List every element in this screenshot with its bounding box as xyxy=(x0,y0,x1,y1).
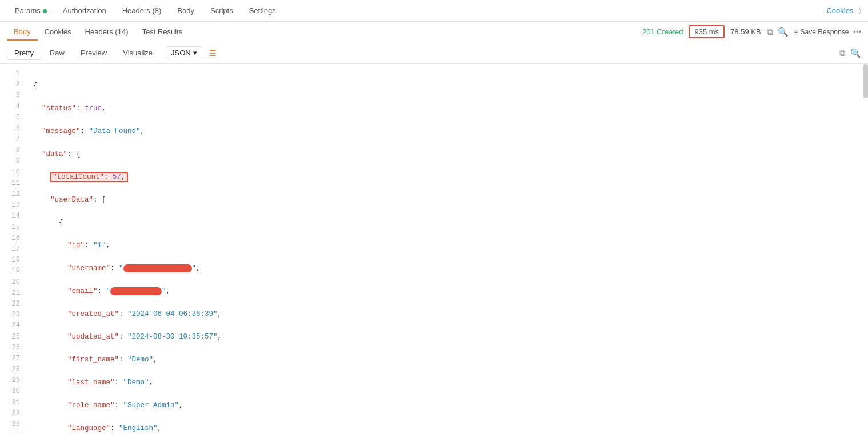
tab-headers-resp[interactable]: Headers (14) xyxy=(78,24,135,41)
filter-icon[interactable]: ☰ xyxy=(206,46,220,60)
line-8: "id": "1", xyxy=(33,240,861,251)
line-11: "created_at": "2024-06-04 06:36:39", xyxy=(33,308,861,320)
chevron-down-icon: ▾ xyxy=(193,49,197,57)
response-meta: 201 Created 935 ms 78.59 KB ⧉ 🔍 ⊟ Save R… xyxy=(642,25,861,38)
search-code-icon[interactable]: 🔍 xyxy=(850,48,861,58)
tab-body-resp[interactable]: Body xyxy=(7,24,38,41)
scrollbar[interactable] xyxy=(863,64,868,98)
tab-body-req[interactable]: Body xyxy=(169,2,202,21)
tab-headers-req[interactable]: Headers (8) xyxy=(114,2,170,21)
response-actions: ⧉ 🔍 ⊟ Save Response ••• xyxy=(767,27,861,37)
line-10: "email": "", xyxy=(33,286,861,297)
line-1: { xyxy=(33,80,861,91)
email-redacted xyxy=(110,287,162,295)
response-time: 935 ms xyxy=(689,25,725,38)
line-4: "data": { xyxy=(33,148,861,160)
tab-params[interactable]: Params xyxy=(7,2,55,21)
format-select[interactable]: JSON ▾ xyxy=(166,46,202,59)
response-size: 78.59 KB xyxy=(730,27,761,36)
tab-cookies-resp[interactable]: Cookies xyxy=(38,24,78,41)
line-3: "message": "Data Found", xyxy=(33,126,861,137)
line-13: "first_name": "Demo", xyxy=(33,354,861,365)
tab-scripts[interactable]: Scripts xyxy=(202,2,241,21)
format-bar: Pretty Raw Preview Visualize JSON ▾ ☰ ⧉ … xyxy=(0,42,868,64)
line-2: "status": true, xyxy=(33,103,861,114)
code-container: 12345 678910 1112131415 1617181920 21222… xyxy=(0,64,868,432)
username-redacted xyxy=(123,264,192,272)
copy-icon[interactable]: ⧉ xyxy=(767,27,773,37)
line-9: "username": "", xyxy=(33,263,861,274)
more-options-icon[interactable]: ••• xyxy=(853,27,861,36)
fmt-tab-preview[interactable]: Preview xyxy=(73,46,114,60)
fmt-tab-visualize[interactable]: Visualize xyxy=(115,46,160,60)
tab-test-results[interactable]: Test Results xyxy=(135,24,189,41)
line-12: "updated_at": "2024-08-30 10:35:57", xyxy=(33,331,861,343)
tab-settings[interactable]: Settings xyxy=(241,2,284,21)
expand-icon[interactable]: ⧉ xyxy=(839,48,846,58)
line-7: { xyxy=(33,217,861,228)
json-code: { "status": true, "message": "Data Found… xyxy=(26,64,868,432)
line-16: "language": "English", xyxy=(33,423,861,432)
line-5: "totalCount": 57, xyxy=(33,171,861,183)
tab-authorization[interactable]: Authorization xyxy=(55,2,114,21)
save-response-button[interactable]: ⊟ Save Response xyxy=(793,28,849,36)
line-6: "userData": [ xyxy=(33,194,861,206)
fmt-tab-pretty[interactable]: Pretty xyxy=(7,46,41,60)
fmt-tab-raw[interactable]: Raw xyxy=(42,46,72,60)
search-icon[interactable]: 🔍 xyxy=(778,27,789,37)
line-15: "role_name": "Super Admin", xyxy=(33,400,861,411)
response-tabs-bar: Body Cookies Headers (14) Test Results 2… xyxy=(0,22,868,42)
cookies-link[interactable]: Cookies 〉 xyxy=(826,6,861,15)
code-actions: ⧉ 🔍 xyxy=(839,48,861,58)
status-badge: 201 Created xyxy=(642,27,683,36)
line-numbers: 12345 678910 1112131415 1617181920 21222… xyxy=(0,64,26,432)
params-dot xyxy=(43,9,47,13)
request-tabs-bar: Params Authorization Headers (8) Body Sc… xyxy=(0,0,868,22)
line-14: "last_name": "Demo", xyxy=(33,377,861,388)
